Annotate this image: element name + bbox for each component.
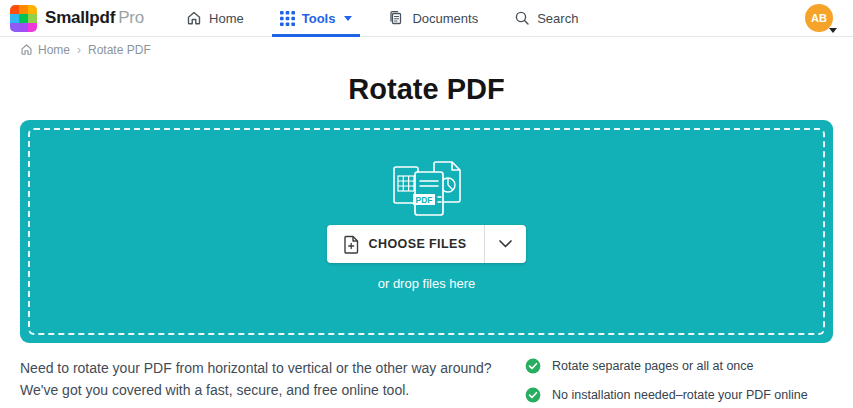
benefit-item: Rotate separate pages or all at once [525,359,833,374]
file-dropzone[interactable]: PDF CHOOSE FILES or drop files here [20,120,833,343]
benefit-text: No installation needed–rotate your PDF o… [552,388,808,402]
choose-files-split-button: CHOOSE FILES [327,225,527,263]
files-illustration-icon: PDF [387,158,467,220]
benefit-list: Rotate separate pages or all at once No … [525,357,833,403]
documents-icon [388,10,405,27]
choose-files-dropdown-button[interactable] [485,225,526,263]
nav-label-home: Home [209,11,244,26]
home-icon [20,43,33,56]
file-plus-icon [343,235,360,254]
drop-files-hint: or drop files here [378,276,476,291]
nav-item-documents[interactable]: Documents [374,0,492,36]
breadcrumb-home-label: Home [38,43,70,57]
benefit-item: No installation needed–rotate your PDF o… [525,388,833,403]
breadcrumb-current: Rotate PDF [88,43,151,57]
choose-files-label: CHOOSE FILES [369,237,467,251]
brand-pro-label: Pro [118,8,144,27]
brand-word: Smallpdf [45,8,115,27]
nav-item-search[interactable]: Search [500,0,592,36]
chevron-down-icon [499,240,512,248]
main-nav: Home Tools Documents [172,0,592,36]
breadcrumb: Home › Rotate PDF [0,37,853,62]
benefit-text: Rotate separate pages or all at once [552,359,754,373]
search-icon [514,10,530,26]
check-circle-icon [525,358,541,374]
breadcrumb-home[interactable]: Home [20,43,70,57]
pdf-badge-label: PDF [415,195,432,205]
tools-grid-icon [280,11,295,26]
nav-label-search: Search [537,11,578,26]
home-icon [186,10,202,26]
tool-description: Need to rotate your PDF from horizontal … [20,357,502,403]
tool-footer: Need to rotate your PDF from horizontal … [0,343,853,403]
top-nav-bar: SmallpdfPro Home Tools [0,0,853,37]
check-circle-icon [525,387,541,403]
smallpdf-brand[interactable]: SmallpdfPro [10,5,144,32]
avatar-caret-icon [829,28,837,33]
smallpdf-logo-icon [10,5,37,32]
chevron-down-icon [344,16,352,21]
nav-item-home[interactable]: Home [172,0,258,36]
nav-item-tools[interactable]: Tools [266,0,367,36]
breadcrumb-separator: › [77,43,81,57]
nav-label-tools: Tools [302,11,336,26]
user-menu[interactable]: AB [805,4,833,32]
page-title: Rotate PDF [0,73,853,106]
nav-label-documents: Documents [412,11,478,26]
choose-files-button[interactable]: CHOOSE FILES [327,225,485,263]
brand-name: SmallpdfPro [45,8,144,28]
